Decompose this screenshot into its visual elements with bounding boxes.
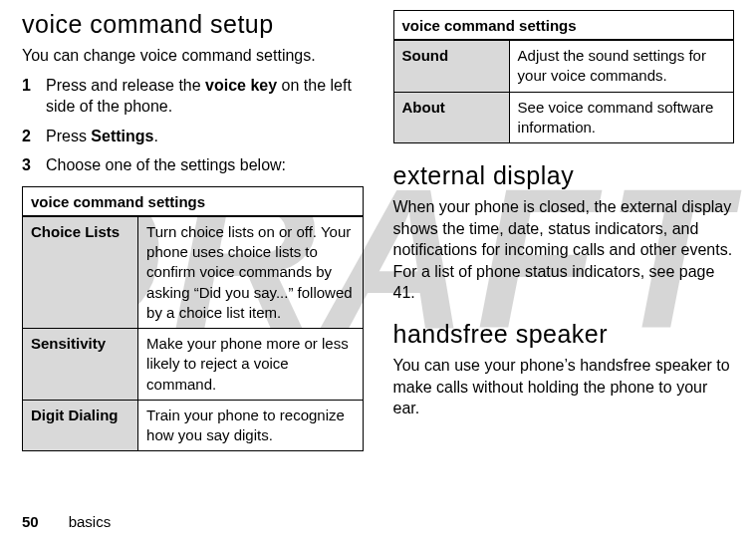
table-row: Digit Dialing Train your phone to recogn… xyxy=(23,400,364,451)
table-row: Choice Lists Turn choice lists on or off… xyxy=(23,216,364,329)
settings-table-left: voice command settings Choice Lists Turn… xyxy=(22,186,364,452)
step-1: Press and release the voice key on the l… xyxy=(22,75,364,118)
two-column-layout: voice command setup You can change voice… xyxy=(22,10,734,451)
heading-external-display: external display xyxy=(393,161,735,190)
row-desc: See voice command software information. xyxy=(509,92,733,143)
settings-table-right: voice command settings Sound Adjust the … xyxy=(393,10,735,143)
page-footer: 50basics xyxy=(22,513,111,530)
external-display-text: When your phone is closed, the external … xyxy=(393,196,735,304)
table-row: Sound Adjust the sound settings for your… xyxy=(393,40,734,92)
table-row: Sensitivity Make your phone more or less… xyxy=(23,329,364,401)
row-label: Sensitivity xyxy=(23,329,138,401)
row-desc: Turn choice lists on or off. Your phone … xyxy=(138,216,363,329)
page-number: 50 xyxy=(22,513,39,530)
step-3: Choose one of the settings below: xyxy=(22,154,364,176)
step-2-text-a: Press xyxy=(46,128,91,144)
right-column: voice command settings Sound Adjust the … xyxy=(393,10,735,451)
row-label: About xyxy=(393,92,509,143)
row-desc: Make your phone more or less likely to r… xyxy=(138,329,363,401)
intro-text: You can change voice command settings. xyxy=(22,45,364,67)
row-label: Digit Dialing xyxy=(23,400,138,451)
steps-list: Press and release the voice key on the l… xyxy=(22,75,364,176)
row-label: Sound xyxy=(393,40,509,92)
table-header-left: voice command settings xyxy=(23,186,364,216)
handsfree-text: You can use your phone’s handsfree speak… xyxy=(393,355,735,419)
step-2: Press Settings. xyxy=(22,126,364,147)
step-2-bold: Settings xyxy=(91,128,153,144)
section-name: basics xyxy=(69,513,112,530)
left-column: voice command setup You can change voice… xyxy=(22,10,364,451)
row-desc: Train your phone to recognize how you sa… xyxy=(138,400,363,451)
heading-handsfree-speaker: handsfree speaker xyxy=(393,320,735,349)
table-row: About See voice command software informa… xyxy=(393,92,734,143)
table-header-right: voice command settings xyxy=(393,11,734,41)
row-desc: Adjust the sound settings for your voice… xyxy=(509,40,733,92)
row-label: Choice Lists xyxy=(23,216,138,329)
step-2-text-c: . xyxy=(153,128,157,144)
step-1-bold: voice key xyxy=(205,77,277,94)
heading-voice-command-setup: voice command setup xyxy=(22,10,364,39)
step-1-text-a: Press and release the xyxy=(46,77,205,94)
